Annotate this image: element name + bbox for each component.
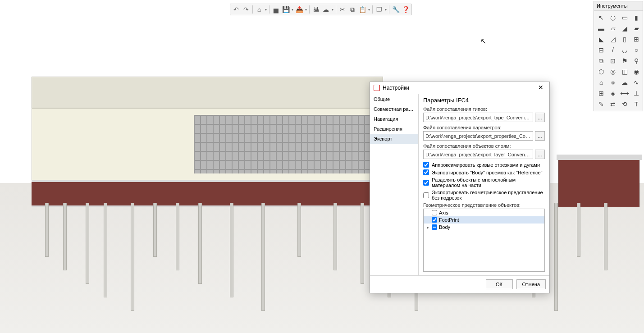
cancel-button[interactable]: Отмена (516, 279, 546, 289)
rotate-icon[interactable]: ⟲ (619, 99, 630, 109)
nav-item-collab[interactable]: Совместная работа (370, 104, 418, 114)
type-file-label: Файл сопоставления типов: (423, 106, 545, 112)
tree-row[interactable]: ▸Body (424, 224, 544, 231)
home-icon[interactable]: ⌂ (254, 5, 264, 14)
eraser-icon[interactable]: ▰ (631, 23, 642, 33)
copy-icon[interactable]: ⧉ (347, 5, 357, 14)
redo-icon[interactable]: ↷ (241, 5, 251, 14)
approx-curves-check[interactable]: Аппроксимировать кривые отрезками и дуга… (423, 162, 545, 168)
curve-icon[interactable]: ∿ (631, 78, 642, 87)
help-icon[interactable]: ❓ (401, 5, 411, 14)
duct-icon[interactable]: ◫ (619, 67, 630, 77)
tree-checkbox[interactable] (432, 210, 437, 215)
dropdown-arrow-icon[interactable]: ▾ (291, 5, 294, 14)
toolbar-separator (269, 5, 269, 14)
export-no-clip-check[interactable]: Экспортировать геометрическое представле… (423, 190, 545, 201)
cloud-icon[interactable]: ☁ (619, 78, 630, 87)
ramp-icon[interactable]: ◿ (607, 34, 618, 44)
slab-icon[interactable]: ▱ (607, 23, 618, 33)
export-icon[interactable]: 📤 (294, 5, 304, 14)
bolt-icon[interactable]: ⚲ (631, 56, 642, 66)
dropdown-arrow-icon[interactable]: ▾ (331, 5, 334, 14)
arc-icon[interactable]: ◡ (619, 45, 630, 55)
expand-icon[interactable]: ▸ (425, 225, 430, 230)
dropdown-arrow-icon[interactable]: ▾ (384, 5, 388, 14)
print-icon[interactable]: 🖶 (311, 5, 321, 14)
beam-icon[interactable]: ◢ (619, 23, 630, 33)
tree-label: Геометрическое представление объектов: (423, 202, 545, 208)
edit-icon[interactable]: ✎ (596, 99, 607, 109)
dialog-titlebar[interactable]: Настройки ✕ (370, 82, 549, 94)
toolbar-separator (336, 5, 336, 14)
mirror-icon[interactable]: ⇄ (607, 99, 618, 109)
door-icon[interactable]: ▯ (619, 34, 630, 44)
split-layers-check[interactable]: Разделять объекты с многослойным материа… (423, 177, 545, 188)
body-reference-check[interactable]: Экспортировать "Body" проёмов как "Refer… (423, 169, 545, 175)
browse-button[interactable]: ... (535, 150, 545, 159)
grid-icon[interactable]: ⊞ (596, 88, 607, 98)
dropdown-arrow-icon[interactable]: ▾ (264, 5, 268, 14)
views-icon[interactable]: ❐ (374, 5, 384, 14)
nav-item-extensions[interactable]: Расширения (370, 124, 418, 134)
publish-icon[interactable]: ☁ (321, 5, 331, 14)
roof-icon[interactable]: ◣ (596, 34, 607, 44)
face-icon[interactable]: ◉ (631, 67, 642, 77)
tree-row[interactable]: FootPrint (424, 216, 544, 224)
settings-icon[interactable]: 🔧 (391, 5, 401, 14)
open-icon[interactable]: ▅ (271, 5, 281, 14)
tools-panel-title: Инструменты (594, 1, 643, 11)
level-icon[interactable]: ⊥ (631, 88, 642, 98)
mouse-cursor: ↖ (480, 37, 486, 46)
text-icon[interactable]: T (631, 99, 642, 109)
wall-icon[interactable]: ▬ (596, 23, 607, 33)
toolbar-separator (252, 5, 253, 14)
window-icon[interactable]: ⊞ (631, 34, 642, 44)
browse-button[interactable]: ... (535, 113, 545, 122)
param-file-label: Файл сопоставления параметров: (423, 125, 545, 130)
tree-row[interactable]: Axis (424, 209, 544, 216)
type-file-input[interactable] (423, 113, 533, 122)
equip-icon[interactable]: ⌂ (596, 78, 607, 87)
check4-label: Экспортировать геометрическое представле… (432, 190, 545, 201)
check1-label: Аппроксимировать кривые отрезками и дуга… (432, 162, 540, 168)
param-file-input[interactable] (423, 131, 533, 141)
cube-icon[interactable]: ◈ (607, 88, 618, 98)
select-icon[interactable]: ↖ (596, 13, 607, 23)
component-icon[interactable]: ⬡ (596, 67, 607, 77)
undo-icon[interactable]: ↶ (231, 5, 241, 14)
geometry-tree[interactable]: AxisFootPrint▸Body (423, 209, 545, 272)
tree-icon[interactable]: ⎈ (607, 78, 618, 87)
check3-label: Разделять объекты с многослойным материа… (432, 177, 545, 188)
dialog-nav: ОбщиеСовместная работаНавигацияРасширени… (370, 94, 419, 275)
table-icon[interactable]: ⊟ (596, 45, 607, 55)
app-icon (374, 85, 380, 91)
tree-checkbox[interactable] (432, 224, 437, 230)
paste-icon[interactable]: 📋 (357, 5, 367, 14)
box-icon[interactable]: ▭ (619, 13, 630, 23)
dropdown-arrow-icon[interactable]: ▾ (304, 5, 308, 14)
save-icon[interactable]: 💾 (281, 5, 291, 14)
building-annex (558, 158, 639, 207)
section-icon[interactable]: ⊡ (607, 56, 618, 66)
nav-item-navigation[interactable]: Навигация (370, 114, 418, 124)
circle-icon[interactable]: ○ (631, 45, 642, 55)
cut-icon[interactable]: ✂ (338, 5, 347, 14)
nav-item-export[interactable]: Экспорт (370, 134, 418, 144)
dropdown-arrow-icon[interactable]: ▾ (367, 5, 371, 14)
ok-button[interactable]: ОК (486, 279, 513, 289)
browse-button[interactable]: ... (535, 131, 545, 141)
dialog-content: Параметры IFC4 Файл сопоставления типов:… (419, 94, 549, 275)
tree-checkbox[interactable] (432, 217, 437, 223)
group-icon[interactable]: ⧉ (596, 56, 607, 66)
nav-item-general[interactable]: Общие (370, 94, 418, 104)
dim-icon[interactable]: ⟷ (619, 88, 630, 98)
layer-file-input[interactable] (423, 150, 533, 159)
line-icon[interactable]: / (607, 45, 618, 55)
check2-label: Экспортировать "Body" проёмов как "Refer… (432, 170, 543, 175)
lasso-icon[interactable]: ◌ (607, 13, 618, 23)
pipe-icon[interactable]: ◎ (607, 67, 618, 77)
column-icon[interactable]: ▮ (631, 13, 642, 23)
building-model (32, 77, 383, 225)
close-icon[interactable]: ✕ (536, 84, 546, 92)
tag-icon[interactable]: ⚑ (619, 56, 630, 66)
